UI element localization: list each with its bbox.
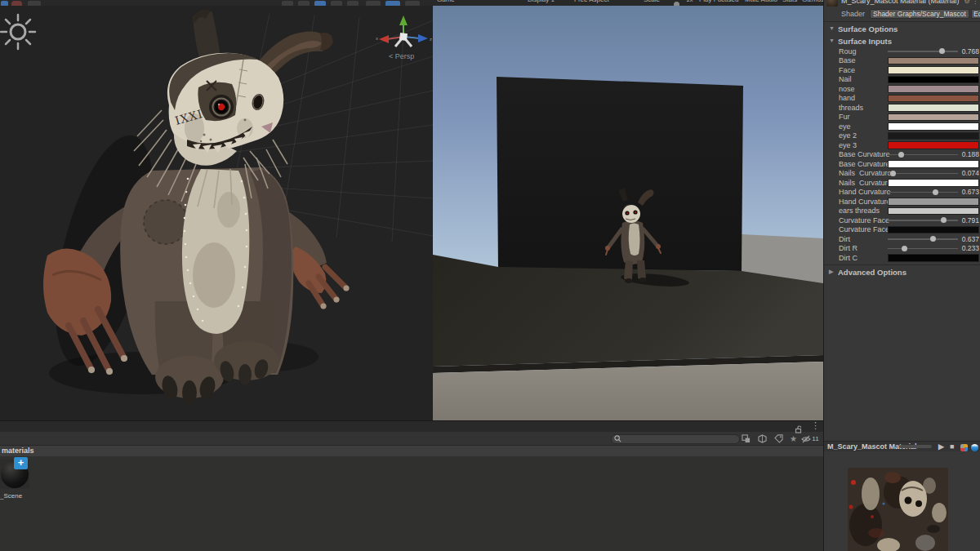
property-color-swatch[interactable] [888,66,979,74]
property-label: hand [839,94,855,102]
property-color-swatch[interactable] [888,85,979,93]
material-property-row: Hand Curvature0.673 [824,188,980,198]
svg-text:z: z [430,37,432,42]
breadcrumb[interactable]: materials [0,446,823,456]
property-slider[interactable] [888,234,958,243]
play-icon[interactable]: ▶ [938,442,944,451]
game-toolbar-item[interactable]: 1x [686,0,693,3]
property-slider[interactable] [888,150,958,159]
property-label: ears threads [839,207,880,215]
shader-dropdown[interactable]: Shader Graphs/Scary_Mascot Shade▾ [870,9,969,19]
property-color-swatch[interactable] [888,132,979,140]
property-color-swatch[interactable] [888,76,979,84]
property-color-swatch[interactable] [888,160,979,168]
scene-tool-button[interactable] [282,1,293,6]
game-view-viewport[interactable] [433,6,823,420]
material-asset-thumbnail[interactable]: + [0,460,29,489]
property-color-swatch[interactable] [888,179,979,187]
advanced-options-foldout[interactable]: ▶ Advanced Options [824,267,980,278]
scene-tool-button[interactable] [366,1,381,6]
material-property-row: Curvature Face C [824,225,980,235]
property-slider[interactable] [888,188,958,197]
surface-inputs-foldout[interactable]: ▼ Surface Inputs [824,36,980,47]
kebab-menu-icon[interactable]: ⋮ [811,420,820,431]
slider-thumb[interactable] [930,236,936,242]
scene-tool-button[interactable] [331,1,342,6]
property-color-swatch[interactable] [888,57,979,65]
slider-thumb[interactable] [890,171,896,176]
game-toolbar-item[interactable]: Mute Audio [745,0,777,3]
preview-mesh-sphere-icon[interactable] [971,444,978,451]
property-slider[interactable] [888,169,958,178]
game-toolbar-item[interactable]: Gizmos [802,0,823,3]
mascot-head: IXXI [167,53,283,166]
shader-edit-button[interactable]: Edit [971,9,980,19]
property-value[interactable]: 0.074 [958,169,979,177]
grid-snap-button[interactable] [28,1,41,6]
header-options-icons[interactable]: ⚙ ⋮ [964,0,978,5]
game-toolbar-item[interactable]: Scale [644,0,660,3]
pivot-icon[interactable] [960,444,968,451]
top-toolbar-strip: GameDisplay 1Free AspectScale1xPlay Focu… [0,0,823,6]
property-value[interactable]: 0.768 [958,47,979,56]
scene-tool-button[interactable] [405,1,420,6]
sun-light-gizmo[interactable] [1,15,35,49]
property-value[interactable]: 0.233 [958,244,979,252]
slider-thumb[interactable] [902,246,907,251]
search-by-type-icon[interactable] [740,433,752,444]
property-color-swatch[interactable] [888,95,979,103]
tool-button[interactable] [1,1,8,6]
mascot-character[interactable]: IXXI [36,9,349,405]
asset-add-badge: + [14,457,28,469]
hidden-objects-toggle[interactable]: 11 [800,433,820,444]
slider-thumb[interactable] [941,217,947,223]
scene-tool-button[interactable] [347,1,359,6]
axis-orientation-gizmo[interactable]: x z [376,16,432,47]
property-label: threads [839,104,863,112]
property-color-swatch[interactable] [888,254,979,262]
property-label: eye 3 [839,141,857,149]
property-color-swatch[interactable] [888,104,979,112]
asset-grid: + _Scene [0,456,823,551]
preview-drag-handle[interactable] [899,445,932,448]
prefab-filter-icon[interactable] [756,433,768,444]
slider-thumb[interactable] [933,189,938,195]
game-toolbar-item[interactable]: Stats [782,0,797,3]
version-control-button[interactable] [11,1,22,6]
label-tag-icon[interactable] [773,433,785,444]
property-slider[interactable] [888,47,958,56]
game-toolbar-item[interactable]: Free Aspect [574,0,609,3]
surface-options-foldout[interactable]: ▼ Surface Options [824,24,980,34]
material-preview-header[interactable]: M_Scary_Mascot Material ▶ ■ [824,441,980,451]
lock-icon[interactable] [795,422,803,437]
scene-tool-button-active[interactable] [314,1,326,6]
property-color-swatch[interactable] [888,198,979,206]
persp-mode-label[interactable]: < Persp [389,52,414,60]
material-property-row: Nail [824,75,980,85]
property-color-swatch[interactable] [888,226,979,234]
stop-icon[interactable]: ■ [950,442,954,451]
foldout-arrow-icon: ▼ [829,25,835,31]
scale-slider-knob[interactable] [674,2,679,6]
game-toolbar-item[interactable]: Play Focused [699,0,738,3]
slider-thumb[interactable] [939,48,945,54]
property-value[interactable]: 0.673 [958,188,979,196]
scene-view-viewport[interactable]: IXXI x z [0,6,433,420]
property-color-swatch[interactable] [888,141,979,149]
game-toolbar-item[interactable]: Game [437,0,455,3]
scene-tool-button-active[interactable] [385,1,400,6]
property-color-swatch[interactable] [888,113,979,122]
property-slider[interactable] [888,244,958,253]
property-slider[interactable] [888,216,958,224]
slider-thumb[interactable] [898,152,904,158]
scene-tool-button[interactable] [298,1,310,6]
game-toolbar-item[interactable]: Display 1 [528,0,555,3]
property-value[interactable]: 0.791 [958,216,979,224]
property-color-swatch[interactable] [888,207,979,216]
search-input[interactable] [611,434,740,444]
material-property-row: Dirt R0.233 [824,244,980,254]
property-color-swatch[interactable] [888,122,979,131]
property-value[interactable]: 0.637 [958,235,979,243]
eye-off-icon [801,435,811,443]
property-value[interactable]: 0.188 [958,150,979,158]
